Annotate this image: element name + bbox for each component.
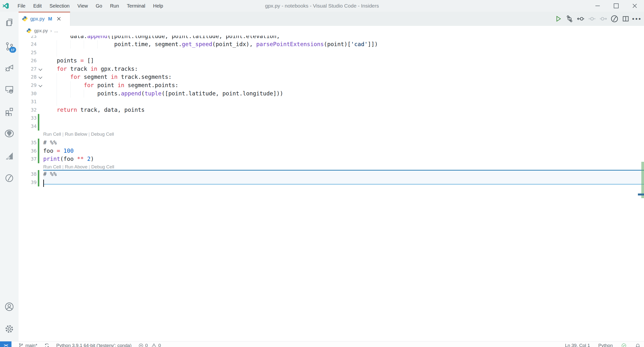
scm-badge: 17 (9, 47, 16, 53)
menu-file[interactable]: File (14, 2, 29, 10)
menu-bar: FileEditSelectionViewGoRunTerminalHelp (14, 2, 167, 10)
liveshare-triangle-icon[interactable] (4, 151, 15, 161)
fold-chevron-icon[interactable] (38, 83, 42, 87)
lint-check-status[interactable] (621, 343, 627, 347)
language-mode-status[interactable]: Python (598, 343, 613, 347)
gitlens-icon[interactable] (4, 173, 15, 184)
run-and-debug-icon[interactable] (4, 62, 15, 73)
breadcrumb-symbol-ellipsis[interactable]: ... (54, 28, 58, 33)
codelens-link[interactable]: Run Below (65, 131, 87, 137)
previous-change-icon[interactable] (576, 14, 586, 23)
branch-label: main* (26, 343, 37, 347)
code-line: 35# %% (18, 139, 644, 147)
vscode-insiders-logo-icon (2, 2, 9, 9)
codelens-link[interactable]: Debug Cell (91, 131, 114, 137)
code-text[interactable]: for point in segment.points: (43, 81, 178, 89)
account-icon[interactable] (4, 301, 15, 312)
git-added-indicator (38, 178, 39, 187)
tab-gpx-py[interactable]: gpx.py M (18, 12, 70, 26)
line-number: 32 (22, 106, 36, 114)
editor-pane[interactable]: 23 data.append([point.longitude, point.l… (18, 36, 644, 341)
github-icon[interactable] (4, 128, 15, 139)
vscode-window: FileEditSelectionViewGoRunTerminalHelp g… (0, 0, 644, 347)
gutter: 23 (18, 36, 43, 40)
fold-chevron-icon[interactable] (38, 75, 42, 79)
codelens-link[interactable]: Run Cell (43, 131, 61, 137)
cell-boundary-top (43, 170, 644, 171)
codelens[interactable]: Run Cell | Run Below | Debug Cell (43, 131, 114, 139)
breadcrumb-filename[interactable]: gpx.py (34, 28, 48, 33)
code-text[interactable]: points.append(tuple([point.latitude, poi… (43, 89, 283, 98)
codelens[interactable]: Run Cell | Run Above | Debug Cell (43, 163, 114, 170)
cursor-position-label: Ln 39, Col 1 (565, 343, 590, 347)
line-number: 34 (22, 122, 36, 131)
codelens-row: Run Cell | Run Above | Debug Cell (18, 163, 644, 170)
code-text[interactable]: point.time, segment.get_speed(point_idx)… (43, 40, 378, 48)
code-rows: 23 data.append([point.longitude, point.l… (18, 36, 644, 186)
codelens-link[interactable]: Run Above (65, 164, 88, 169)
more-actions-icon[interactable]: ••• (632, 14, 642, 23)
extensions-icon[interactable] (4, 106, 15, 117)
cursor-position-status[interactable]: Ln 39, Col 1 (565, 343, 590, 347)
errors-count: 0 (145, 343, 148, 347)
remote-explorer-icon[interactable] (4, 84, 15, 95)
interpreter-label: Python 3.9.1 64-bit ('testenv': conda) (56, 343, 132, 347)
line-number: 33 (22, 114, 36, 122)
git-branch-status[interactable]: main* (18, 343, 37, 347)
menu-run[interactable]: Run (106, 2, 123, 10)
breadcrumb: gpx.py › ... (18, 26, 644, 36)
explorer-icon[interactable] (4, 17, 15, 28)
gutter: 25 (18, 48, 43, 57)
python-interpreter-status[interactable]: Python 3.9.1 64-bit ('testenv': conda) (56, 343, 132, 347)
overview-ruler-cursor-marker (638, 194, 644, 195)
codelens-separator: | (88, 164, 91, 169)
code-text[interactable]: for segment in track.segments: (43, 73, 172, 81)
settings-gear-icon[interactable] (4, 324, 15, 334)
code-text[interactable]: # %% (43, 139, 57, 147)
gutter: 39 (18, 178, 43, 187)
file-history-icon[interactable] (610, 14, 619, 23)
menu-terminal[interactable]: Terminal (123, 2, 149, 10)
split-editor-icon[interactable] (621, 14, 630, 23)
codelens-link[interactable]: Run Cell (43, 164, 61, 169)
maximize-icon[interactable] (607, 0, 626, 12)
code-line: 27 for track in gpx.tracks: (18, 65, 644, 73)
gutter (18, 163, 43, 170)
language-label: Python (598, 343, 613, 347)
cell-boundary-bottom (43, 184, 644, 184)
code-line: 37print(foo ** 2) (18, 155, 644, 163)
code-text[interactable]: for track in gpx.tracks: (43, 65, 138, 73)
codelens-separator: | (61, 131, 65, 137)
code-text[interactable]: print(foo ** 2) (43, 155, 94, 163)
tab-close-icon[interactable] (56, 16, 62, 21)
branch-icon (18, 343, 24, 347)
menu-edit[interactable]: Edit (29, 2, 46, 10)
code-text[interactable]: foo = 100 (43, 147, 74, 155)
source-control-icon[interactable]: 17 (4, 41, 15, 52)
gutter: 36 (18, 147, 43, 155)
activity-bar: 17 (0, 12, 18, 341)
code-text[interactable]: data.append([point.longitude, point.lati… (43, 36, 280, 40)
code-line: 32 return track, data, points (18, 106, 644, 114)
open-changes-icon[interactable] (565, 14, 574, 23)
codelens-link[interactable]: Debug Cell (91, 164, 114, 169)
remote-indicator[interactable]: >< (0, 342, 12, 347)
code-text[interactable]: points = [] (43, 57, 94, 65)
menu-help[interactable]: Help (149, 2, 167, 10)
menu-selection[interactable]: Selection (46, 2, 74, 10)
sync-status[interactable] (44, 343, 50, 347)
problems-status[interactable]: 0 0 (138, 343, 161, 347)
close-icon[interactable] (626, 0, 644, 12)
menu-go[interactable]: Go (92, 2, 106, 10)
gutter: 29 (18, 81, 43, 89)
line-number: 30 (22, 89, 36, 98)
fold-chevron-icon[interactable] (38, 67, 42, 71)
minimize-icon[interactable] (588, 0, 607, 12)
bell-icon (635, 343, 640, 347)
code-text[interactable]: # %% (43, 170, 57, 178)
menu-view[interactable]: View (74, 2, 92, 10)
run-python-file-icon[interactable] (554, 14, 563, 23)
code-text[interactable]: return track, data, points (43, 106, 144, 114)
codelens-separator: | (87, 131, 91, 137)
notifications-status[interactable] (635, 343, 640, 347)
